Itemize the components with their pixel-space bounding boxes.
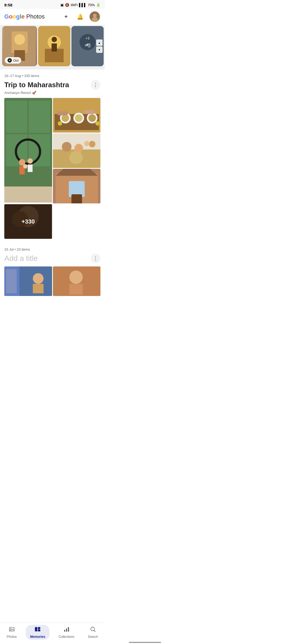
svg-point-43: [74, 144, 83, 152]
photo-cell-food-1[interactable]: [53, 98, 101, 133]
svg-rect-38: [84, 110, 95, 114]
arrow-down[interactable]: ▼: [96, 46, 103, 53]
header-actions: + 🔔: [61, 11, 100, 22]
add-button[interactable]: +: [61, 12, 71, 21]
svg-point-32: [75, 114, 82, 122]
logo-e-red: e: [21, 13, 25, 20]
signal-icon: ▌▌▌: [79, 3, 86, 7]
album-2-more-button[interactable]: ⋮: [91, 254, 100, 263]
sim-icon: ▣: [60, 3, 64, 7]
memory-card-2[interactable]: [38, 26, 70, 66]
memories-strip: ▶ Oct +3: [0, 25, 105, 69]
photo-grid: +330: [4, 98, 100, 239]
svg-rect-61: [69, 284, 83, 295]
album-1-title: Trip to Maharashtra: [4, 81, 91, 89]
bottom-photo-1[interactable]: [4, 266, 52, 296]
logo-o-red: o: [9, 13, 12, 20]
memory-label-oct: ▶ Oct: [5, 57, 21, 64]
bottom-photo-2[interactable]: [53, 266, 101, 296]
arrow-controls: ▲ ▼: [96, 39, 103, 53]
svg-point-2: [92, 17, 98, 21]
svg-point-44: [89, 141, 95, 147]
wifi-icon: WiFi: [71, 3, 78, 7]
app-logo: Google Photos: [4, 13, 45, 20]
photo-count: +330: [21, 218, 35, 225]
app-header: Google Photos + 🔔: [0, 9, 105, 25]
svg-point-42: [62, 142, 71, 152]
album-2-header: Add a title ⋮: [4, 254, 100, 263]
svg-point-34: [88, 114, 96, 122]
status-time: 9:58: [4, 3, 12, 7]
svg-point-10: [52, 37, 57, 42]
svg-point-23: [27, 158, 33, 164]
svg-rect-58: [33, 284, 44, 293]
logo-o-yellow: o: [13, 13, 16, 20]
svg-point-30: [61, 114, 69, 122]
photo-cell-selfie[interactable]: [53, 133, 101, 168]
album-1-more-button[interactable]: ⋮: [91, 80, 100, 90]
album-2-meta: 15 Jul • 23 items: [4, 247, 100, 251]
photo-cell-main[interactable]: [4, 98, 52, 203]
album-1-header: Trip to Maharashtra ⋮: [4, 80, 100, 90]
album-2-section: 15 Jul • 23 items Add a title ⋮: [0, 242, 105, 298]
album-1-subtitle: Anchavyo Resort 🚀: [4, 91, 100, 95]
bottom-photos-row: [4, 266, 100, 296]
logo-g2-blue: g: [16, 13, 20, 20]
play-icon: ▶: [8, 58, 12, 63]
photo-overlay: +330: [4, 204, 52, 239]
svg-point-57: [33, 273, 44, 284]
status-bar: 9:58 ▣ 🔇 WiFi ▌▌▌ 70% 🔋: [0, 0, 105, 9]
photo-cell-cabin[interactable]: [53, 169, 101, 203]
memory-card-3[interactable]: +3 +3 + ▲ ▼: [71, 26, 104, 66]
avatar[interactable]: [89, 11, 100, 22]
battery-icon: 🔋: [96, 3, 100, 7]
svg-rect-16: [6, 101, 27, 133]
status-icons: ▣ 🔇 WiFi ▌▌▌ 70% 🔋: [60, 3, 100, 7]
photo-cell-last[interactable]: +330: [4, 204, 52, 239]
avatar-image: [90, 12, 100, 21]
notifications-button[interactable]: 🔔: [75, 12, 85, 21]
album-2-title-placeholder[interactable]: Add a title: [4, 254, 38, 263]
svg-rect-26: [4, 186, 52, 203]
svg-point-1: [93, 14, 97, 17]
svg-point-45: [84, 141, 89, 146]
svg-rect-56: [6, 269, 17, 293]
svg-point-41: [69, 151, 83, 164]
svg-point-36: [95, 121, 100, 126]
memory-card-oct[interactable]: ▶ Oct: [2, 26, 37, 66]
svg-rect-50: [71, 194, 82, 203]
svg-point-35: [58, 121, 62, 126]
svg-rect-37: [57, 111, 68, 115]
svg-point-5: [14, 34, 25, 45]
svg-point-25: [23, 164, 27, 169]
svg-rect-11: [52, 43, 57, 52]
album-1-section: 16–17 Aug • 335 items Trip to Maharashtr…: [0, 69, 105, 242]
mute-icon: 🔇: [65, 3, 69, 7]
battery-text: 70%: [88, 3, 95, 7]
arrow-up[interactable]: ▲: [96, 39, 103, 46]
logo-photos-text: Photos: [26, 13, 45, 20]
svg-rect-24: [28, 164, 32, 172]
logo-g-blue: G: [4, 13, 9, 20]
album-1-meta: 16–17 Aug • 335 items: [4, 74, 100, 78]
svg-rect-17: [29, 101, 50, 133]
svg-point-60: [69, 270, 83, 284]
